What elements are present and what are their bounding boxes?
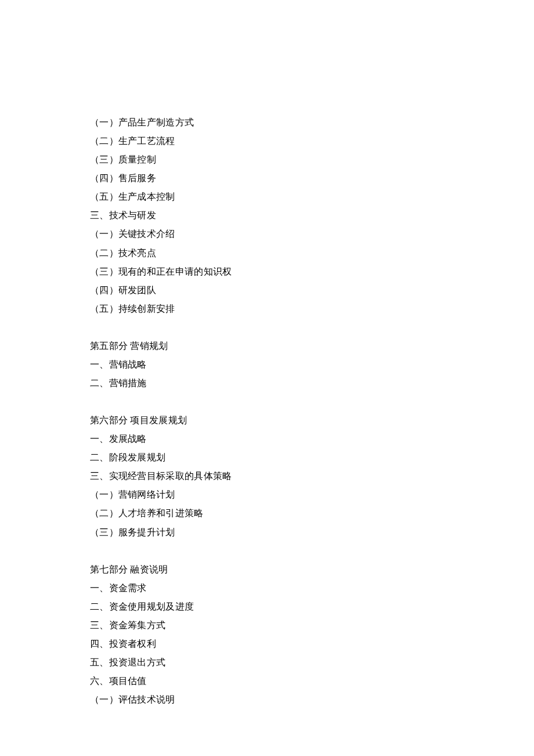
toc-section-heading: 第七部分 融资说明 <box>90 560 444 579</box>
toc-line: （一）营销网络计划 <box>90 485 444 504</box>
toc-line: 一、营销战略 <box>90 355 444 374</box>
toc-line: 三、技术与研发 <box>90 206 444 225</box>
toc-line: 一、资金需求 <box>90 579 444 597</box>
toc-line: （四）研发团队 <box>90 281 444 300</box>
toc-line: （一）评估技术说明 <box>90 690 444 709</box>
section-spacer <box>90 542 444 560</box>
toc-line: 四、投资者权利 <box>90 635 444 653</box>
toc-line: 二、资金使用规划及进度 <box>90 597 444 616</box>
toc-line: （三）服务提升计划 <box>90 523 444 542</box>
toc-line: 二、阶段发展规划 <box>90 448 444 467</box>
toc-section-heading: 第五部分 营销规划 <box>90 337 444 355</box>
toc-line: （四）售后服务 <box>90 169 444 188</box>
toc-line: 五、投资退出方式 <box>90 653 444 672</box>
toc-line: （一）关键技术介绍 <box>90 225 444 243</box>
toc-line: （一）产品生产制造方式 <box>90 113 444 132</box>
toc-line: 二、营销措施 <box>90 374 444 393</box>
toc-line: （五）生产成本控制 <box>90 188 444 206</box>
toc-line: （五）持续创新安排 <box>90 300 444 318</box>
section-spacer <box>90 318 444 337</box>
toc-line: 六、项目估值 <box>90 672 444 690</box>
toc-line: （二）生产工艺流程 <box>90 132 444 150</box>
toc-section-heading: 第六部分 项目发展规划 <box>90 411 444 430</box>
toc-line: （三）现有的和正在申请的知识权 <box>90 262 444 281</box>
toc-line: 三、实现经营目标采取的具体策略 <box>90 467 444 485</box>
toc-line: （二）人才培养和引进策略 <box>90 504 444 523</box>
toc-line: （三）质量控制 <box>90 150 444 169</box>
document-content: （一）产品生产制造方式 （二）生产工艺流程 （三）质量控制 （四）售后服务 （五… <box>90 113 444 709</box>
toc-line: （二）技术亮点 <box>90 244 444 262</box>
section-spacer <box>90 393 444 411</box>
toc-line: 一、发展战略 <box>90 430 444 448</box>
toc-line: 三、资金筹集方式 <box>90 616 444 635</box>
